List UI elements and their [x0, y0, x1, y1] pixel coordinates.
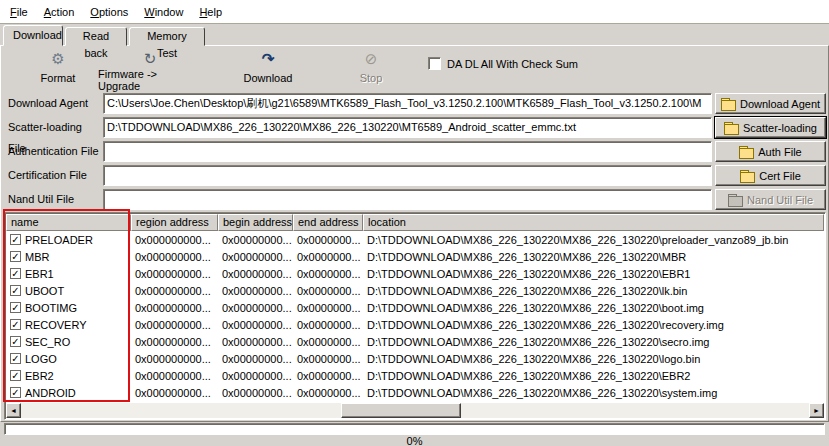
stop-label: Stop	[360, 72, 383, 84]
row-checkbox[interactable]: ✓	[10, 336, 21, 347]
region-address-cell: 0x000000000...	[131, 319, 218, 331]
row-checkbox[interactable]: ✓	[10, 302, 21, 313]
location-cell: D:\TDDOWNLOAD\MX86_226_130220\MX86_226_1…	[363, 234, 824, 246]
begin-address-cell: 0x00000000...	[218, 234, 293, 246]
menu-help[interactable]: Help	[191, 2, 230, 22]
region-address-cell: 0x000000000...	[131, 370, 218, 382]
format-button[interactable]: ⚙ Format	[28, 50, 88, 84]
end-address-cell: 0x0000000...	[293, 353, 363, 365]
table-row-ebr1[interactable]: ✓EBR1 0x000000000... 0x00000000... 0x000…	[6, 265, 824, 282]
scroll-left-icon: ◄	[10, 407, 17, 414]
row-checkbox[interactable]: ✓	[10, 268, 21, 279]
scrollbar-thumb[interactable]	[341, 403, 461, 418]
auth-file-field[interactable]	[103, 141, 712, 162]
auth-file-browse-label: Auth File	[758, 146, 801, 158]
end-address-cell: 0x0000000...	[293, 370, 363, 382]
nand-util-file-field[interactable]	[103, 189, 712, 210]
menu-file[interactable]: File	[2, 2, 36, 22]
open-folder-icon	[739, 146, 753, 157]
da-dl-checksum-option: DA DL All With Check Sum	[428, 57, 578, 70]
open-folder-icon	[740, 170, 754, 181]
download-agent-field[interactable]: C:\Users\Joe.Chen\Desktop\刷机\g21\6589\MT…	[103, 93, 712, 114]
scroll-left-button[interactable]: ◄	[6, 403, 21, 418]
table-row-sec-ro[interactable]: ✓SEC_RO 0x000000000... 0x00000000... 0x0…	[6, 333, 824, 350]
region-address-cell: 0x000000000...	[131, 387, 218, 399]
cert-file-browse-label: Cert File	[759, 170, 801, 182]
menu-window[interactable]: Window	[136, 2, 191, 22]
begin-address-cell: 0x00000000...	[218, 251, 293, 263]
begin-address-cell: 0x00000000...	[218, 285, 293, 297]
partition-name: SEC_RO	[25, 336, 70, 348]
region-address-cell: 0x000000000...	[131, 234, 218, 246]
region-address-cell: 0x000000000...	[131, 302, 218, 314]
begin-address-cell: 0x00000000...	[218, 387, 293, 399]
location-cell: D:\TDDOWNLOAD\MX86_226_130220\MX86_226_1…	[363, 251, 824, 263]
row-checkbox[interactable]: ✓	[10, 353, 21, 364]
table-header: name region address begin address end ad…	[6, 214, 824, 231]
partition-name: EBR1	[25, 268, 54, 280]
auth-file-browse-button[interactable]: Auth File	[715, 141, 826, 162]
location-cell: D:\TDDOWNLOAD\MX86_226_130220\MX86_226_1…	[363, 370, 824, 382]
column-header-location[interactable]: location	[363, 214, 824, 231]
column-header-region-address[interactable]: region address	[131, 214, 218, 231]
table-row-logo[interactable]: ✓LOGO 0x000000000... 0x00000000... 0x000…	[6, 350, 824, 367]
tab-download[interactable]: Download	[3, 25, 63, 46]
table-row-uboot[interactable]: ✓UBOOT 0x000000000... 0x00000000... 0x00…	[6, 282, 824, 299]
table-row-recovery[interactable]: ✓RECOVERY 0x000000000... 0x00000000... 0…	[6, 316, 824, 333]
table-row-android[interactable]: ✓ANDROID 0x000000000... 0x00000000... 0x…	[6, 384, 824, 401]
cert-file-field[interactable]	[103, 165, 712, 186]
begin-address-cell: 0x00000000...	[218, 353, 293, 365]
firmware-upgrade-label: Firmware -> Upgrade	[98, 68, 202, 92]
column-header-begin-address[interactable]: begin address	[218, 214, 293, 231]
tab-read-back[interactable]: Read back	[65, 27, 127, 46]
end-address-cell: 0x0000000...	[293, 251, 363, 263]
cert-file-label: Certification File	[8, 165, 101, 186]
table-row-ebr2[interactable]: ✓EBR2 0x000000000... 0x00000000... 0x000…	[6, 367, 824, 384]
table-row-mbr[interactable]: ✓MBR 0x000000000... 0x00000000... 0x0000…	[6, 248, 824, 265]
table-row-preloader[interactable]: ✓PRELOADER 0x000000000... 0x00000000... …	[6, 231, 824, 248]
tab-memory-test[interactable]: Memory Test	[129, 27, 205, 46]
end-address-cell: 0x0000000...	[293, 285, 363, 297]
end-address-cell: 0x0000000...	[293, 302, 363, 314]
location-cell: D:\TDDOWNLOAD\MX86_226_130220\MX86_226_1…	[363, 353, 824, 365]
scroll-right-button[interactable]: ►	[809, 403, 824, 418]
horizontal-scrollbar[interactable]: ◄ ►	[6, 403, 824, 418]
end-address-cell: 0x0000000...	[293, 268, 363, 280]
location-cell: D:\TDDOWNLOAD\MX86_226_130220\MX86_226_1…	[363, 302, 824, 314]
nand-util-file-label: Nand Util File	[8, 189, 101, 210]
menu-action[interactable]: Action	[36, 2, 83, 22]
column-header-end-address[interactable]: end address	[293, 214, 363, 231]
scatter-loading-browse-button[interactable]: Scatter-loading	[715, 117, 826, 138]
table-row-bootimg[interactable]: ✓BOOTIMG 0x000000000... 0x00000000... 0x…	[6, 299, 824, 316]
region-address-cell: 0x000000000...	[131, 251, 218, 263]
cert-file-browse-button[interactable]: Cert File	[715, 165, 826, 186]
download-label: Download	[244, 72, 293, 84]
progress-bar	[4, 423, 825, 435]
region-address-cell: 0x000000000...	[131, 285, 218, 297]
firmware-upgrade-button[interactable]: ↻ Firmware -> Upgrade	[98, 50, 202, 84]
end-address-cell: 0x0000000...	[293, 234, 363, 246]
column-header-name[interactable]: name	[6, 214, 131, 231]
row-checkbox[interactable]: ✓	[10, 319, 21, 330]
end-address-cell: 0x0000000...	[293, 387, 363, 399]
begin-address-cell: 0x00000000...	[218, 336, 293, 348]
stop-button[interactable]: ⊘ Stop	[338, 50, 404, 84]
menu-options[interactable]: Options	[82, 2, 136, 22]
region-address-cell: 0x000000000...	[131, 268, 218, 280]
download-agent-browse-button[interactable]: Download Agent	[715, 93, 826, 114]
scatter-file-field[interactable]: D:\TDDOWNLOAD\MX86_226_130220\MX86_226_1…	[103, 117, 712, 138]
auth-file-label: Authentication File	[8, 141, 101, 162]
row-checkbox[interactable]: ✓	[10, 370, 21, 381]
row-checkbox[interactable]: ✓	[10, 251, 21, 262]
partition-name: BOOTIMG	[25, 302, 77, 314]
da-dl-checksum-checkbox[interactable]	[428, 57, 441, 70]
row-checkbox[interactable]: ✓	[10, 387, 21, 398]
table-body: ✓PRELOADER 0x000000000... 0x00000000... …	[6, 231, 824, 403]
partition-name: UBOOT	[25, 285, 64, 297]
row-checkbox[interactable]: ✓	[10, 285, 21, 296]
row-checkbox[interactable]: ✓	[10, 234, 21, 245]
da-dl-checksum-label: DA DL All With Check Sum	[447, 58, 578, 70]
location-cell: D:\TDDOWNLOAD\MX86_226_130220\MX86_226_1…	[363, 387, 824, 399]
nand-util-browse-button: Nand Util File	[715, 189, 826, 210]
download-button[interactable]: ↷ Download	[230, 50, 306, 84]
